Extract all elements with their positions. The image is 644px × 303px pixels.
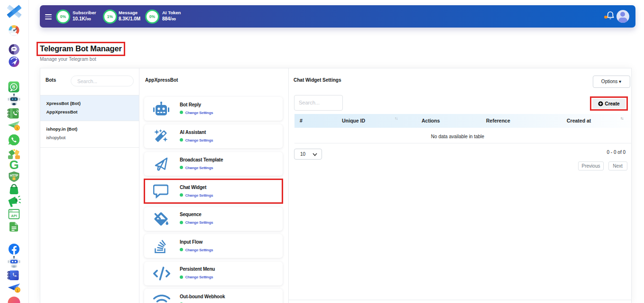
svg-text:1: 1 bbox=[16, 126, 18, 130]
svg-text:G: G bbox=[9, 158, 18, 172]
svg-text:B: B bbox=[12, 85, 16, 89]
svg-text:HTTP: HTTP bbox=[10, 174, 18, 177]
svg-text:1: 1 bbox=[17, 289, 18, 292]
svg-text:API: API bbox=[11, 214, 17, 218]
